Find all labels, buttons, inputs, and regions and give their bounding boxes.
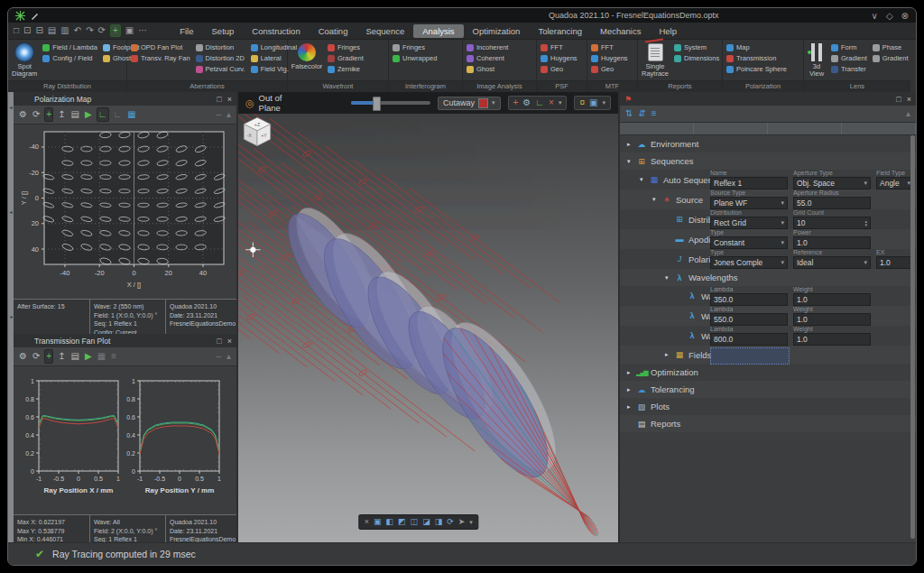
power-input[interactable]: 1.0 — [793, 236, 871, 249]
psf-geo-button[interactable]: Geo — [541, 65, 578, 74]
tree-list-icon[interactable]: ≡ — [651, 107, 658, 120]
distribution-select[interactable]: Rect Grid▾ — [710, 217, 788, 229]
clip-icon[interactable]: × — [549, 97, 554, 108]
tree-row-plots[interactable]: ▸ ▧ Plots — [620, 398, 916, 415]
open-recent-icon[interactable]: ⊟ — [35, 25, 42, 36]
tree-expand-all-icon[interactable]: ⇅ — [624, 107, 633, 120]
tree-row-optimization[interactable]: ▸ ▂▄▆ Optimization — [620, 364, 916, 381]
tree-pin-icon[interactable]: ⚑ — [624, 95, 632, 104]
petzval-curv-button[interactable]: Petzval Curv. — [196, 65, 245, 74]
wave1-lambda-input[interactable]: 350.0 — [710, 293, 788, 306]
unwrapped-button[interactable]: Unwrapped — [393, 54, 437, 63]
viewport-canvas[interactable]: × ▣ ◧ ◩ ◫ ◪ ◨ ⟳ ➤ ▾ +Z -X +Y — [238, 114, 618, 542]
pol-maximize-icon[interactable]: □ — [217, 95, 221, 104]
cutaway-button[interactable]: Cutaway ▾ — [438, 97, 501, 110]
lens-form-button[interactable]: Form — [831, 43, 867, 52]
save-as-icon[interactable]: ▥ — [60, 25, 69, 36]
wave2-lambda-input[interactable]: 550.0 — [710, 313, 788, 326]
menu-file[interactable]: File — [171, 24, 202, 38]
ia-ghost-button[interactable]: Ghost — [467, 65, 508, 74]
fan-close-icon[interactable]: × — [227, 337, 232, 346]
tree-row-reports[interactable]: ▤ Reports — [620, 415, 916, 432]
dimensions-button[interactable]: Dimensions — [674, 54, 719, 63]
fan-raytrace-icon[interactable]: + — [44, 349, 53, 364]
redo-icon[interactable]: ↷ — [86, 25, 93, 36]
fan-pin-icon[interactable]: ▴ — [226, 350, 232, 363]
tree-row-apodization[interactable]: ▬ Apodization Type Constant▾ Power 1.0 — [620, 229, 916, 249]
incoherent-button[interactable]: Incoherent — [467, 43, 508, 52]
menu-mechanics[interactable]: Mechanics — [591, 24, 650, 38]
mtf-huygens-button[interactable]: Huygens — [591, 54, 628, 63]
grid-count-stepper[interactable]: 10▴▾ — [793, 217, 871, 229]
fit-view-icon[interactable]: × — [365, 517, 369, 527]
view-bottom-icon[interactable]: ◨ — [435, 517, 443, 527]
pol-refresh-icon[interactable]: ⟳ — [32, 108, 41, 121]
tree-row-auto-sequence[interactable]: ▾ ▦ Auto Sequence 1 Name Reflex 1 Apertu… — [620, 170, 916, 189]
pol-pin-icon[interactable]: ▴ — [226, 108, 232, 121]
pol-save-icon[interactable]: ▶ — [84, 108, 93, 121]
pol-settings-icon[interactable]: ⚙ — [18, 108, 28, 121]
cursor-mode-dropdown-icon[interactable]: ▾ — [469, 519, 473, 526]
solid-view-icon[interactable]: ▣ — [589, 97, 597, 108]
wavefront-fringes-button[interactable]: Fringes — [328, 43, 364, 52]
tree-row-distribution[interactable]: ⊞ Distribution Distribution Rect Grid▾ G… — [620, 209, 916, 229]
save-icon[interactable]: ▤ — [48, 25, 56, 36]
tree-row-wave-3[interactable]: λ Wave. 3 Lambda 800.0 Weight 1.0 — [620, 326, 916, 346]
transv-ray-fan-button[interactable]: Transv. Ray Fan — [131, 54, 190, 63]
menu-sequence[interactable]: Sequence — [356, 24, 413, 38]
apodization-type-select[interactable]: Constant▾ — [710, 236, 788, 249]
opd-fan-plot-button[interactable]: OPD Fan Plot — [131, 43, 190, 52]
lens-3d-view-button[interactable]: 3d View — [808, 42, 826, 80]
menu-tolerancing[interactable]: Tolerancing — [529, 24, 591, 38]
zernike-button[interactable]: Zernike — [328, 65, 364, 74]
psf-huygens-button[interactable]: Huygens — [541, 54, 578, 63]
menu-optimization[interactable]: Optimization — [464, 24, 530, 38]
spot-diagram-button[interactable]: Spot Diagram — [12, 42, 37, 80]
lens-phase-button[interactable]: Phase — [873, 43, 909, 52]
falsecolor-button[interactable]: Falsecolor — [291, 42, 322, 80]
source-type-select[interactable]: Plane WF▾ — [710, 197, 788, 209]
distortion-button[interactable]: Distortion — [196, 43, 245, 52]
wavefront-gradient-button[interactable]: Gradient — [328, 54, 364, 63]
pol-close-icon[interactable]: × — [227, 95, 232, 104]
pol-copy-icon[interactable]: ▤ — [70, 108, 80, 121]
aperture-radius-input[interactable]: 55.0 — [793, 197, 871, 209]
corner-axes-icon[interactable]: ∟ — [535, 97, 544, 108]
interferogram-fringes-button[interactable]: Fringes — [393, 43, 437, 52]
menu-construction[interactable]: Construction — [243, 24, 309, 38]
tree-row-tolerancing[interactable]: ▸ ☁ Tolerancing — [620, 381, 916, 398]
distortion-2d-button[interactable]: Distortion 2D — [196, 54, 245, 63]
field-type-select[interactable]: Angle▾ — [876, 177, 914, 189]
pol-minimize-icon[interactable]: – — [215, 108, 222, 121]
fan-maximize-icon[interactable]: □ — [217, 337, 221, 346]
coherent-button[interactable]: Coherent — [467, 54, 508, 63]
view-mode[interactable]: ◎ Out of Plane — [245, 93, 290, 113]
lens-gradient-button[interactable]: Gradient — [831, 54, 867, 63]
aperture-type-select[interactable]: Obj. Space▾ — [793, 177, 871, 189]
poincare-sphere-button[interactable]: Poincare Sphere — [726, 65, 787, 74]
open-file-icon[interactable]: ⊡ — [23, 25, 31, 36]
tree-close-icon[interactable]: × — [907, 95, 911, 104]
lens-transfer-button[interactable]: Transfer — [831, 65, 867, 74]
wave3-weight-input[interactable]: 1.0 — [793, 333, 871, 346]
qat-more-icon[interactable]: ⋯ — [138, 25, 147, 36]
undo-icon[interactable]: ↶ — [74, 25, 81, 36]
cutaway-slider[interactable] — [351, 101, 430, 105]
ex-input[interactable]: 1.0 — [876, 256, 914, 269]
mtf-fft-button[interactable]: FFT — [591, 43, 628, 52]
psf-fft-button[interactable]: FFT — [541, 43, 578, 52]
pol-axes-icon[interactable]: ∟ — [97, 107, 109, 122]
tree-row-fields[interactable]: ▸ ▦ Fields — [620, 346, 916, 364]
view-front-icon[interactable]: ▣ — [374, 517, 382, 527]
tree-scrollbar[interactable] — [910, 135, 915, 539]
tree-row-environment[interactable]: ▸ ☁ Environment — [620, 135, 916, 152]
globe-icon[interactable]: ⚙ — [522, 97, 531, 108]
fan-settings-icon[interactable]: ⚙ — [18, 350, 28, 363]
mtf-geo-button[interactable]: Geo — [591, 65, 628, 74]
view-top-icon[interactable]: ◫ — [411, 517, 419, 527]
sync-icon[interactable]: ⟳ — [98, 25, 106, 36]
maximize-icon[interactable]: ◇ — [886, 11, 893, 21]
minimize-icon[interactable]: ∨ — [872, 11, 878, 21]
tree-collapse-all-icon[interactable]: ⇵ — [637, 107, 646, 120]
pol-export-icon[interactable]: ↥ — [57, 108, 66, 121]
